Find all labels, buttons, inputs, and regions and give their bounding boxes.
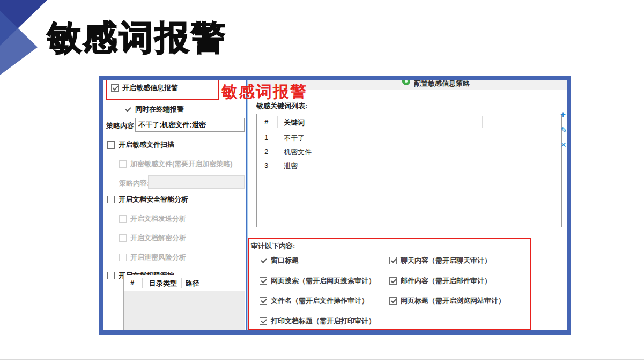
- checkbox-open-sensitive-alarm[interactable]: 开启敏感信息报警: [111, 83, 178, 93]
- checkbox-label: 同时在终端报警: [135, 105, 184, 114]
- checkbox-icon: [260, 317, 267, 325]
- checkbox-web-search[interactable]: 网页搜索（需开启网页搜索审计）: [260, 276, 375, 286]
- column-divider: [482, 116, 483, 128]
- checkbox-encrypt-sensitive-file[interactable]: 加密敏感文件(需要开启加密策略): [119, 159, 233, 169]
- column-divider: [277, 116, 278, 128]
- checkbox-label: 聊天内容（需开启聊天审计）: [401, 256, 491, 265]
- delete-icon[interactable]: ✕: [560, 141, 571, 149]
- dialog-title: 配置敏感信息策略: [414, 79, 470, 88]
- column-divider: [142, 278, 143, 288]
- checkbox-label: 打印文档标题（需开启打印审计）: [271, 316, 375, 326]
- screenshot-frame: 开启敏感信息报警 同时在终端报警 策略内容: 开启敏感文件扫描 加密敏感文件(需…: [99, 76, 571, 335]
- checkbox-label: 文件名（需开启文件操作审计）: [271, 296, 368, 306]
- row-num: 3: [264, 161, 268, 169]
- checkbox-icon: [107, 141, 115, 149]
- dir-col-num: #: [130, 279, 134, 287]
- checkbox-label: 开启文档解密分析: [130, 233, 186, 243]
- checkbox-label: 加密敏感文件(需要开启加密策略): [130, 159, 233, 169]
- policy-content2-label: 策略内容:: [119, 179, 149, 188]
- kw-col-word: 关键词: [284, 118, 305, 128]
- checkbox-label: 开启文档发送分析: [130, 214, 186, 224]
- page-title: 敏感词报警: [47, 16, 227, 59]
- column-divider: [181, 278, 182, 288]
- checkbox-icon: [119, 234, 127, 242]
- row-num: 1: [264, 134, 268, 142]
- checkbox-icon: [260, 297, 267, 305]
- row-num: 2: [264, 147, 268, 155]
- checkbox-label: 开启敏感文件扫描: [119, 140, 174, 150]
- checkbox-icon: [111, 84, 119, 92]
- checkbox-icon: [107, 196, 115, 203]
- row-word: 泄密: [284, 161, 298, 171]
- checkbox-chat-content[interactable]: 聊天内容（需开启聊天审计）: [389, 256, 491, 265]
- checkbox-window-title[interactable]: 窗口标题: [260, 256, 299, 265]
- checkbox-label: 邮件内容（需开启邮件审计）: [401, 276, 491, 286]
- dir-col-type: 目录类型: [149, 279, 177, 288]
- checkbox-label: 开启敏感信息报警: [122, 83, 178, 93]
- directory-table-body: [124, 291, 245, 334]
- bottom-divider: [0, 359, 644, 360]
- dir-col-path: 路径: [186, 279, 199, 288]
- checkbox-web-title[interactable]: 网页标题（需开启浏览网站审计）: [389, 296, 505, 306]
- annotation-text: 敏感词报警: [221, 81, 307, 103]
- checkbox-doc-decrypt-analysis[interactable]: 开启文档解密分析: [119, 233, 186, 243]
- checkbox-mail-content[interactable]: 邮件内容（需开启邮件审计）: [389, 276, 491, 286]
- row-word: 机密文件: [284, 147, 312, 157]
- checkbox-terminal-alarm[interactable]: 同时在终端报警: [124, 105, 184, 114]
- policy-content-label: 策略内容:: [106, 121, 136, 131]
- checkbox-sensitive-file-scan[interactable]: 开启敏感文件扫描: [107, 140, 174, 150]
- checkbox-icon: [389, 257, 397, 264]
- checkbox-doc-send-analysis[interactable]: 开启文档发送分析: [119, 214, 186, 224]
- corner-decoration: [0, 0, 54, 78]
- checkbox-label: 网页标题（需开启浏览网站审计）: [401, 296, 505, 306]
- keyword-list[interactable]: # 关键词 1 不干了 2 机密文件 3 泄密: [256, 114, 562, 227]
- audit-section: 审计以下内容: 窗口标题 网页搜索（需开启网页搜索审计） 文件名（需开启文件操作…: [248, 238, 531, 330]
- checkbox-icon: [260, 277, 267, 285]
- checkbox-print-doc-title[interactable]: 打印文档标题（需开启打印审计）: [260, 316, 375, 326]
- row-word: 不干了: [284, 134, 305, 143]
- checkbox-label: 网页搜索（需开启网页搜索审计）: [271, 276, 375, 286]
- directory-table[interactable]: # 目录类型 路径: [123, 275, 245, 335]
- checkbox-label: 开启文档安全智能分析: [119, 195, 188, 204]
- policy-content2-input: [148, 175, 245, 189]
- edit-icon[interactable]: ✎: [560, 126, 571, 134]
- checkbox-icon: [389, 277, 397, 285]
- checkbox-leak-risk-analysis[interactable]: 开启泄密风险分析: [119, 253, 186, 262]
- audit-label: 审计以下内容:: [251, 241, 295, 251]
- add-icon[interactable]: +: [560, 110, 571, 119]
- checkbox-icon: [119, 254, 127, 261]
- checkbox-label: 开启泄密风险分析: [130, 253, 186, 262]
- checkbox-icon: [389, 297, 397, 305]
- policy-content-input[interactable]: [135, 118, 245, 132]
- kw-col-num: #: [264, 118, 268, 126]
- checkbox-icon: [119, 215, 127, 223]
- checkbox-file-name[interactable]: 文件名（需开启文件操作审计）: [260, 296, 368, 306]
- checkbox-doc-security-analysis[interactable]: 开启文档安全智能分析: [107, 195, 188, 204]
- checkbox-icon: [124, 106, 131, 113]
- checkbox-icon: [119, 160, 127, 168]
- checkbox-icon: [107, 272, 115, 279]
- app-icon: [402, 77, 410, 85]
- checkbox-icon: [260, 257, 267, 264]
- checkbox-label: 窗口标题: [271, 256, 299, 265]
